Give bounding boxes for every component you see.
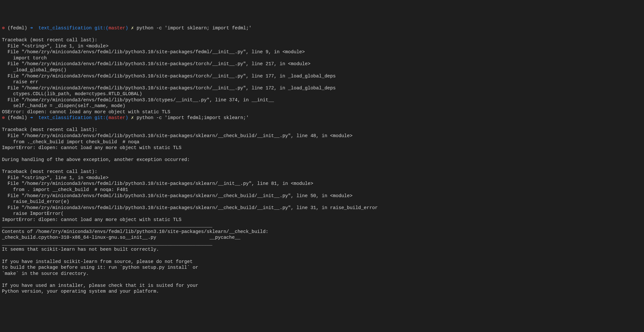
git-paren-open: ( — [106, 115, 109, 120]
cwd: text_classification — [38, 25, 92, 31]
error-line: ImportError: dlopen: cannot load any mor… — [2, 145, 181, 150]
traceback-line: Traceback (most recent call last): — [2, 127, 97, 132]
traceback-line: File "/home/zry/miniconda3/envs/fedml/li… — [2, 97, 274, 103]
traceback-line: Traceback (most recent call last): — [2, 169, 97, 174]
traceback-line: File "/home/zry/miniconda3/envs/fedml/li… — [2, 61, 310, 66]
traceback-line: import torch — [2, 55, 47, 61]
git-paren-close: ) — [125, 25, 128, 31]
git-label: git: — [94, 25, 106, 31]
git-paren-close: ) — [125, 115, 128, 120]
traceback-line: File "/home/zry/miniconda3/envs/fedml/li… — [2, 205, 378, 210]
cwd: text_classification — [38, 115, 92, 120]
traceback-line: File "<string>", line 1, in <module> — [2, 44, 109, 49]
traceback-line: self._handle = _dlopen(self._name, mode) — [2, 103, 125, 108]
separator-line: ________________________________________… — [2, 241, 212, 246]
output-line: If you have used an installer, please ch… — [2, 283, 198, 288]
command-2: python -c 'import fedml;import sklearn;' — [137, 115, 249, 120]
separator-line: ________________________________________… — [2, 223, 212, 228]
prompt-line-1[interactable]: ⊗ (fedml) ➜ text_classification git:(mas… — [2, 25, 642, 31]
traceback-line: from . import __check_build # noqa: F401 — [2, 187, 128, 192]
traceback-line: File "/home/zry/miniconda3/envs/fedml/li… — [2, 193, 353, 198]
error-line: ImportError: dlopen: cannot load any mor… — [2, 217, 181, 222]
output-line: to build the package before using it: ru… — [2, 265, 198, 270]
traceback-line: Traceback (most recent call last): — [2, 37, 97, 43]
git-branch: master — [109, 115, 125, 120]
traceback-line: File "<string>", line 1, in <module> — [2, 175, 109, 180]
traceback-line: File "/home/zry/miniconda3/envs/fedml/li… — [2, 181, 313, 186]
traceback-line: File "/home/zry/miniconda3/envs/fedml/li… — [2, 133, 353, 138]
command-1: python -c 'import sklearn; import fedml;… — [137, 25, 252, 31]
output-line: _check_build.cpython-310-x86_64-linux-gn… — [2, 235, 240, 240]
prompt-arrow-icon: ➜ — [30, 115, 33, 120]
git-branch: master — [109, 25, 125, 31]
traceback-line: ctypes.CDLL(lib_path, mode=ctypes.RTLD_G… — [2, 91, 142, 96]
output-line: During handling of the above exception, … — [2, 157, 190, 162]
traceback-line: _load_global_deps() — [2, 67, 66, 73]
prompt-line-2[interactable]: ⊗ (fedml) ➜ text_classification git:(mas… — [2, 115, 642, 121]
output-line: It seems that scikit-learn has not been … — [2, 247, 159, 252]
dirty-icon: ✗ — [131, 25, 134, 31]
output-line: Python version, your operating system an… — [2, 289, 159, 294]
error-icon: ⊗ — [2, 25, 5, 31]
conda-env: (fedml) — [7, 115, 27, 120]
conda-env: (fedml) — [7, 25, 27, 31]
terminal-output[interactable]: ⊗ (fedml) ➜ text_classification git:(mas… — [2, 25, 642, 295]
traceback-line: raise err — [2, 79, 38, 85]
output-line: If you have installed scikit-learn from … — [2, 259, 193, 264]
error-line: OSError: dlopen: cannot load any more ob… — [2, 109, 170, 115]
prompt-arrow-icon: ➜ — [30, 25, 33, 31]
output-line: Contents of /home/zry/miniconda3/envs/fe… — [2, 229, 268, 234]
git-paren-open: ( — [106, 25, 109, 31]
output-line: `make` in the source directory. — [2, 271, 89, 276]
traceback-line: File "/home/zry/miniconda3/envs/fedml/li… — [2, 49, 305, 55]
dirty-icon: ✗ — [131, 115, 134, 120]
traceback-line: File "/home/zry/miniconda3/envs/fedml/li… — [2, 86, 336, 91]
traceback-line: raise_build_error(e) — [2, 199, 69, 204]
traceback-line: raise ImportError( — [2, 211, 63, 216]
error-icon: ⊗ — [2, 115, 5, 120]
git-label: git: — [94, 115, 106, 120]
traceback-line: from ._check_build import check_build # … — [2, 139, 139, 145]
traceback-line: File "/home/zry/miniconda3/envs/fedml/li… — [2, 74, 336, 79]
